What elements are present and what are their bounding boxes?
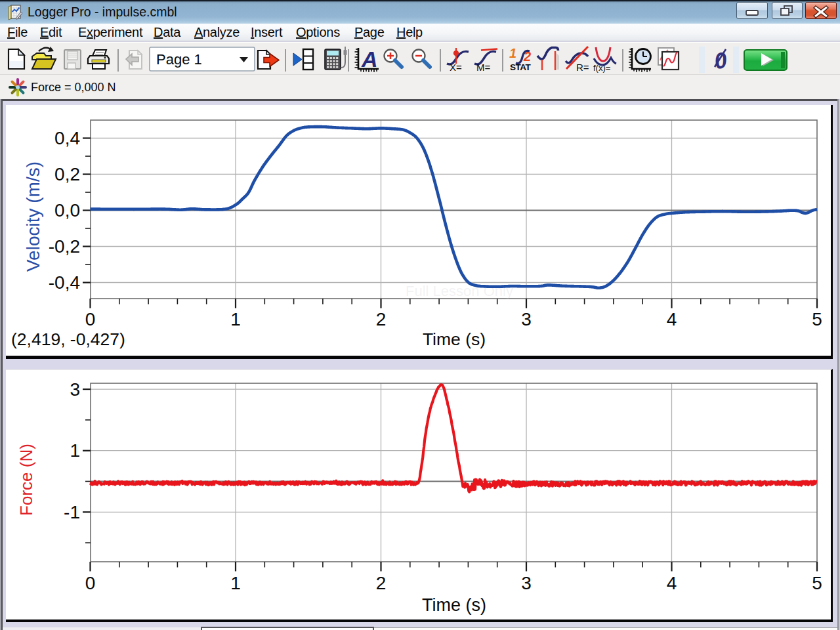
- svg-text:0: 0: [712, 47, 728, 74]
- svg-text:2: 2: [523, 49, 531, 64]
- svg-text:f(x)=: f(x)=: [593, 63, 610, 73]
- svg-text:R=: R=: [576, 62, 589, 73]
- svg-text:M=: M=: [476, 62, 490, 73]
- svg-text:A: A: [361, 47, 378, 72]
- svg-text:STAT: STAT: [510, 62, 531, 72]
- svg-text:1: 1: [509, 46, 516, 60]
- svg-text:Page 1: Page 1: [156, 51, 202, 68]
- svg-text:X=: X=: [450, 62, 462, 73]
